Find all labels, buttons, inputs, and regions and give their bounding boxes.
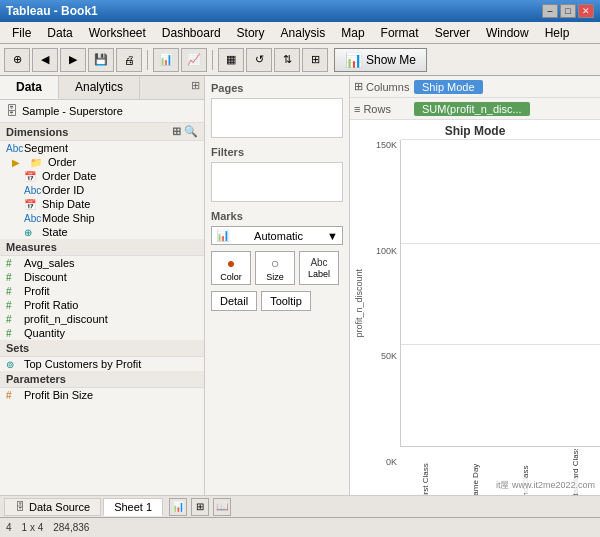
toolbar-save-btn[interactable]: 💾 <box>88 48 114 72</box>
parameters-header: Parameters <box>0 371 204 388</box>
columns-pill[interactable]: Ship Mode <box>414 80 483 94</box>
new-story-btn[interactable]: 📖 <box>213 498 231 516</box>
abc-icon: Abc <box>6 143 20 154</box>
menu-worksheet[interactable]: Worksheet <box>81 24 154 42</box>
middle-panel: Pages Filters Marks 📊 Automatic ▼ ● Colo… <box>205 76 350 495</box>
field-profit[interactable]: # Profit <box>0 284 204 298</box>
marks-type-label: Automatic <box>254 230 303 242</box>
marks-color-btn[interactable]: ● Color <box>211 251 251 285</box>
field-profit-n-discount[interactable]: # profit_n_discount <box>0 312 204 326</box>
title-bar: Tableau - Book1 – □ ✕ <box>0 0 600 22</box>
field-order-date[interactable]: 📅 Order Date <box>0 169 204 183</box>
hash-icon5: # <box>6 314 20 325</box>
tab-datasource[interactable]: 🗄 Data Source <box>4 498 101 516</box>
measures-header: Measures <box>0 239 204 256</box>
new-dashboard-btn[interactable]: ⊞ <box>191 498 209 516</box>
marks-size-btn[interactable]: ○ Size <box>255 251 295 285</box>
field-segment[interactable]: Abc Segment <box>0 141 204 155</box>
toolbar-sort-btn[interactable]: ⇅ <box>274 48 300 72</box>
marks-label: Marks <box>211 210 343 222</box>
dimensions-icons: ⊞ 🔍 <box>172 125 198 138</box>
tab-analytics[interactable]: Analytics <box>59 76 140 99</box>
status-selection: 1 x 4 <box>22 522 44 533</box>
sets-header: Sets <box>0 340 204 357</box>
show-me-button[interactable]: 📊 Show Me <box>334 48 427 72</box>
abc-icon2: Abc <box>24 185 38 196</box>
filters-shelf[interactable] <box>211 162 343 202</box>
maximize-button[interactable]: □ <box>560 4 576 18</box>
toolbar-arrow-btn[interactable]: ⊕ <box>4 48 30 72</box>
columns-shelf: ⊞ Columns Ship Mode <box>350 76 600 98</box>
field-state[interactable]: ⊕ State <box>0 225 204 239</box>
left-scroll-area[interactable]: Dimensions ⊞ 🔍 Abc Segment ▶ 📁 Order 📅 O… <box>0 123 204 495</box>
minimize-button[interactable]: – <box>542 4 558 18</box>
toolbar-sep2 <box>212 50 213 70</box>
field-profit-ratio[interactable]: # Profit Ratio <box>0 298 204 312</box>
field-ship-date[interactable]: 📅 Ship Date <box>0 197 204 211</box>
marks-detail-row: Detail Tooltip <box>211 291 343 311</box>
y-axis-ticks: 150K 100K 50K 0K <box>368 140 400 487</box>
grid-line-150k <box>401 139 600 140</box>
menu-format[interactable]: Format <box>373 24 427 42</box>
menu-dashboard[interactable]: Dashboard <box>154 24 229 42</box>
toolbar-forward-btn[interactable]: ▶ <box>60 48 86 72</box>
toolbar-print-btn[interactable]: 🖨 <box>116 48 142 72</box>
new-sheet-btn[interactable]: 📊 <box>169 498 187 516</box>
columns-icon: ⊞ <box>354 80 363 93</box>
rows-label: ≡ Rows <box>354 103 414 115</box>
menu-file[interactable]: File <box>4 24 39 42</box>
toolbar-back-btn[interactable]: ◀ <box>32 48 58 72</box>
datasource-icon: 🗄 <box>6 104 18 118</box>
x-label-first-class: First Class <box>400 449 450 495</box>
field-ship-mode[interactable]: Abc Mode Ship <box>0 211 204 225</box>
left-panel: Data Analytics ⊞ 🗄 Sample - Superstore D… <box>0 76 205 495</box>
marks-detail-btn[interactable]: Detail <box>211 291 257 311</box>
menu-map[interactable]: Map <box>333 24 372 42</box>
field-discount[interactable]: # Discount <box>0 270 204 284</box>
viz-content: profit_n_discount 150K 100K 50K 0K <box>350 140 600 487</box>
menu-window[interactable]: Window <box>478 24 537 42</box>
datasource-item[interactable]: 🗄 Sample - Superstore <box>0 100 204 123</box>
folder2-icon: 📁 <box>30 157 44 168</box>
toolbar-chart2-btn[interactable]: 📈 <box>181 48 207 72</box>
marks-type-dropdown[interactable]: 📊 Automatic ▼ <box>211 226 343 245</box>
tab-sheet1[interactable]: Sheet 1 <box>103 498 163 516</box>
toolbar-refresh-btn[interactable]: ↺ <box>246 48 272 72</box>
menu-analysis[interactable]: Analysis <box>273 24 334 42</box>
datasource-label: Sample - Superstore <box>22 105 123 117</box>
right-panel: ⊞ Columns Ship Mode ≡ Rows SUM(profit_n_… <box>350 76 600 495</box>
rows-pill[interactable]: SUM(profit_n_disc... <box>414 102 530 116</box>
menu-help[interactable]: Help <box>537 24 578 42</box>
pages-shelf[interactable] <box>211 98 343 138</box>
menu-data[interactable]: Data <box>39 24 80 42</box>
close-button[interactable]: ✕ <box>578 4 594 18</box>
marks-tooltip-btn[interactable]: Tooltip <box>261 291 311 311</box>
status-icon: 4 <box>6 522 12 533</box>
y-tick-0k: 0K <box>386 457 397 467</box>
marks-dropdown-arrow: ▼ <box>327 230 338 242</box>
bottom-nav-icons: 📊 ⊞ 📖 <box>169 498 231 516</box>
dimensions-header: Dimensions ⊞ 🔍 <box>0 123 204 141</box>
field-order-folder[interactable]: ▶ 📁 Order <box>0 155 204 169</box>
menu-server[interactable]: Server <box>427 24 478 42</box>
menu-story[interactable]: Story <box>229 24 273 42</box>
pages-label: Pages <box>211 82 343 94</box>
window-title: Tableau - Book1 <box>6 4 98 18</box>
rows-shelf: ≡ Rows SUM(profit_n_disc... <box>350 98 600 120</box>
field-quantity[interactable]: # Quantity <box>0 326 204 340</box>
panel-tabs: Data Analytics ⊞ <box>0 76 204 100</box>
panel-options-icon[interactable]: ⊞ <box>187 76 204 99</box>
marks-type-icon: 📊 <box>216 229 230 242</box>
field-profit-bin-size[interactable]: # Profit Bin Size <box>0 388 204 402</box>
main-content: Data Analytics ⊞ 🗄 Sample - Superstore D… <box>0 76 600 495</box>
toolbar-chart-btn[interactable]: 📊 <box>153 48 179 72</box>
watermark: it屋 www.it2me2022.com <box>493 478 598 493</box>
toolbar-cols-btn[interactable]: ▦ <box>218 48 244 72</box>
field-top-customers[interactable]: ⊚ Top Customers by Profit <box>0 357 204 371</box>
tab-data[interactable]: Data <box>0 76 59 99</box>
set-icon: ⊚ <box>6 359 20 370</box>
marks-label-btn[interactable]: Abc Label <box>299 251 339 285</box>
field-avg-sales[interactable]: # Avg_sales <box>0 256 204 270</box>
toolbar-filter-btn[interactable]: ⊞ <box>302 48 328 72</box>
field-order-id[interactable]: Abc Order ID <box>0 183 204 197</box>
